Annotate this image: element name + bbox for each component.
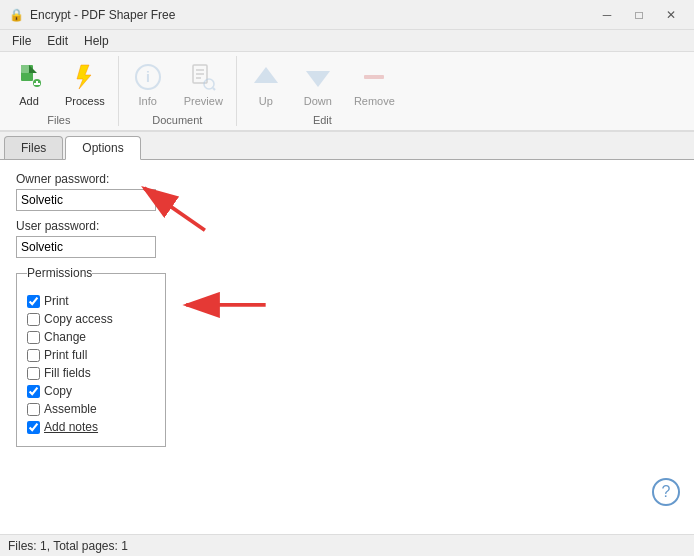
svg-marker-16	[306, 71, 330, 87]
menu-help[interactable]: Help	[76, 32, 117, 50]
process-icon	[69, 61, 101, 93]
tabs-row: Files Options	[0, 132, 694, 160]
permission-fill-fields[interactable]: Fill fields	[27, 366, 155, 380]
status-text: Files: 1, Total pages: 1	[8, 539, 128, 553]
toolbar-files-buttons: Add Process	[4, 56, 114, 112]
down-button[interactable]: Down	[293, 56, 343, 112]
permission-add-notes[interactable]: Add notes	[27, 420, 155, 434]
toolbar-document-buttons: i Info Preview	[123, 56, 232, 112]
permissions-title: Permissions	[27, 266, 92, 280]
document-group-label: Document	[152, 114, 202, 126]
down-icon	[302, 61, 334, 93]
permission-fill-fields-label: Fill fields	[44, 366, 91, 380]
menu-bar: File Edit Help	[0, 30, 694, 52]
permission-add-notes-checkbox[interactable]	[27, 421, 40, 434]
permissions-group: Permissions Print Copy access Change Pri…	[16, 266, 166, 447]
tab-options[interactable]: Options	[65, 136, 140, 160]
permission-change-label: Change	[44, 330, 86, 344]
permission-print-checkbox[interactable]	[27, 295, 40, 308]
title-bar-left: 🔒 Encrypt - PDF Shaper Free	[8, 7, 175, 23]
permission-change[interactable]: Change	[27, 330, 155, 344]
main-content: Owner password: User password: Permissio…	[0, 160, 694, 534]
preview-icon	[187, 61, 219, 93]
permission-print-label: Print	[44, 294, 69, 308]
svg-point-13	[204, 79, 214, 89]
svg-rect-5	[34, 83, 40, 85]
app-title: Encrypt - PDF Shaper Free	[30, 8, 175, 22]
remove-button[interactable]: Remove	[345, 56, 404, 112]
info-icon: i	[132, 61, 164, 93]
content-wrapper: Files Options Owner password: User passw…	[0, 132, 694, 534]
permission-add-notes-label: Add notes	[44, 420, 98, 434]
remove-label: Remove	[354, 95, 395, 107]
toolbar-edit-buttons: Up Down Remove	[241, 56, 404, 112]
toolbar-group-document: i Info Preview D	[119, 56, 237, 126]
minimize-button[interactable]: ─	[592, 5, 622, 25]
user-password-input[interactable]	[16, 236, 156, 258]
add-label: Add	[19, 95, 39, 107]
menu-file[interactable]: File	[4, 32, 39, 50]
edit-group-label: Edit	[313, 114, 332, 126]
toolbar-group-files: Add Process Files	[0, 56, 119, 126]
app-icon: 🔒	[8, 7, 24, 23]
svg-rect-17	[364, 75, 384, 79]
svg-line-14	[213, 88, 215, 90]
permission-copy-access-checkbox[interactable]	[27, 313, 40, 326]
remove-icon	[358, 61, 390, 93]
svg-text:i: i	[146, 69, 150, 85]
owner-password-input[interactable]	[16, 189, 156, 211]
permission-copy-access-label: Copy access	[44, 312, 113, 326]
permission-print-full[interactable]: Print full	[27, 348, 155, 362]
help-icon[interactable]: ?	[652, 478, 680, 506]
svg-marker-6	[77, 65, 91, 89]
maximize-button[interactable]: □	[624, 5, 654, 25]
files-group-label: Files	[47, 114, 70, 126]
up-button[interactable]: Up	[241, 56, 291, 112]
permission-copy-label: Copy	[44, 384, 72, 398]
permission-copy-checkbox[interactable]	[27, 385, 40, 398]
permission-copy[interactable]: Copy	[27, 384, 155, 398]
add-icon	[13, 61, 45, 93]
svg-marker-15	[254, 67, 278, 83]
permission-assemble[interactable]: Assemble	[27, 402, 155, 416]
permission-fill-fields-checkbox[interactable]	[27, 367, 40, 380]
up-icon	[250, 61, 282, 93]
preview-label: Preview	[184, 95, 223, 107]
preview-button[interactable]: Preview	[175, 56, 232, 112]
close-button[interactable]: ✕	[656, 5, 686, 25]
tab-files[interactable]: Files	[4, 136, 63, 159]
title-bar-controls: ─ □ ✕	[592, 5, 686, 25]
permission-print[interactable]: Print	[27, 294, 155, 308]
down-label: Down	[304, 95, 332, 107]
info-button[interactable]: i Info	[123, 56, 173, 112]
permission-assemble-checkbox[interactable]	[27, 403, 40, 416]
permission-assemble-label: Assemble	[44, 402, 97, 416]
permission-copy-access[interactable]: Copy access	[27, 312, 155, 326]
owner-password-label: Owner password:	[16, 172, 678, 186]
status-bar: Files: 1, Total pages: 1	[0, 534, 694, 556]
toolbar: Add Process Files i	[0, 52, 694, 132]
user-password-label: User password:	[16, 219, 678, 233]
permission-print-full-label: Print full	[44, 348, 87, 362]
title-bar: 🔒 Encrypt - PDF Shaper Free ─ □ ✕	[0, 0, 694, 30]
svg-rect-1	[21, 65, 29, 73]
add-button[interactable]: Add	[4, 56, 54, 112]
process-button[interactable]: Process	[56, 56, 114, 112]
process-label: Process	[65, 95, 105, 107]
menu-edit[interactable]: Edit	[39, 32, 76, 50]
up-label: Up	[259, 95, 273, 107]
permission-print-full-checkbox[interactable]	[27, 349, 40, 362]
permission-change-checkbox[interactable]	[27, 331, 40, 344]
toolbar-group-edit: Up Down Remove Edit	[237, 56, 408, 126]
info-label: Info	[139, 95, 157, 107]
